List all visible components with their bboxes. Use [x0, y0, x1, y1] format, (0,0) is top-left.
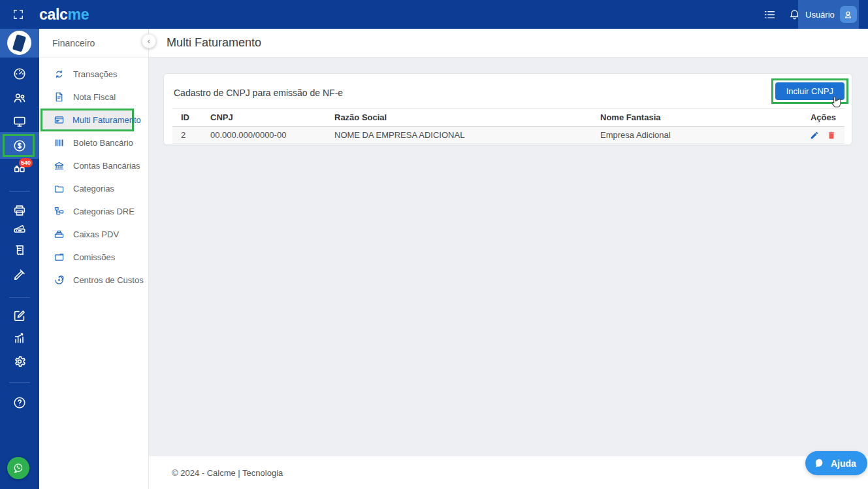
user-label: Usuário — [805, 10, 835, 20]
wallet-icon — [54, 252, 65, 263]
sidebar-item-comissoes[interactable]: Comissões — [39, 246, 148, 269]
col-header-cnpj: CNPJ — [202, 109, 326, 127]
rail-divider — [9, 191, 30, 192]
orders-count-badge: 540 — [19, 158, 33, 167]
help-fab-button[interactable]: Ajuda — [805, 451, 867, 475]
col-header-nome-fantasia: Nome Fantasia — [592, 109, 796, 127]
company-logo-mark — [12, 34, 26, 52]
sidebar-item-label: Nota Fiscal — [73, 92, 116, 102]
annotation-highlight-rail — [3, 134, 35, 157]
col-header-acoes: Ações — [796, 109, 844, 127]
page-title: Multi Faturamento — [167, 36, 261, 50]
sidebar-item-centros-de-custos[interactable]: Centros de Custos — [39, 269, 148, 292]
sidebar-item-caixas-pdv[interactable]: Caixas PDV — [39, 223, 148, 246]
sidebar-item-label: Comissões — [73, 252, 115, 262]
sidebar-item-label: Contas Bancárias — [73, 161, 140, 171]
fullscreen-icon — [12, 8, 25, 21]
sidebar-item-boleto[interactable]: Boleto Bancário — [39, 131, 148, 154]
sidebar-item-contas-bancarias[interactable]: Contas Bancárias — [39, 154, 148, 177]
rail-item-settings[interactable] — [0, 354, 39, 369]
rail-item-pdv[interactable] — [0, 114, 39, 129]
sidebar-item-label: Transações — [73, 69, 117, 79]
rail-item-analytics[interactable] — [0, 331, 39, 345]
table-row: 2 00.000.000/0000-00 NOME DA EMPRESA ADI… — [172, 127, 844, 144]
row-actions — [804, 131, 836, 140]
sidebar-title: Financeiro — [39, 29, 148, 58]
delete-trash-icon — [827, 131, 836, 140]
sync-icon — [54, 69, 65, 80]
dashboard-icon — [12, 67, 27, 81]
chevron-left-icon: ‹ — [148, 36, 150, 46]
col-header-id: ID — [172, 109, 202, 127]
app-screen: calcme Usuário — [0, 0, 868, 489]
whatsapp-icon — [12, 462, 25, 475]
whatsapp-button[interactable] — [7, 457, 29, 479]
sidebar-item-categorias[interactable]: Categorias — [39, 177, 148, 200]
tasks-list-icon — [763, 8, 777, 22]
sidebar-item-label: Centros de Custos — [73, 275, 144, 285]
help-icon — [12, 396, 27, 410]
edit-pencil-icon — [810, 131, 819, 140]
printer-icon — [12, 203, 27, 218]
monitor-icon — [12, 114, 27, 129]
sidebar-item-nota-fiscal[interactable]: Nota Fiscal — [39, 86, 148, 109]
rail-item-edit[interactable] — [0, 309, 39, 323]
main-area: Multi Faturamento Cadastro de CNPJ para … — [149, 29, 868, 489]
sidebar-item-label: Multi Faturamento — [72, 115, 141, 125]
rail-divider — [9, 382, 30, 383]
company-logo-disc — [7, 31, 31, 55]
receipt-icon — [12, 243, 27, 258]
content-area: Cadastro de CNPJ para emissão de NF-e In… — [149, 58, 868, 456]
invoice-icon — [54, 92, 65, 103]
tasks-button[interactable] — [763, 8, 777, 22]
users-icon — [12, 91, 27, 105]
sidebar-item-categorias-dre[interactable]: Categorias DRE — [39, 200, 148, 223]
cell-razao-social: NOME DA EMPRESA ADICIONAL — [326, 127, 592, 144]
sidebar-collapse-button[interactable]: ‹ — [142, 34, 156, 48]
edit-row-button[interactable] — [810, 131, 819, 140]
delete-row-button[interactable] — [827, 131, 836, 140]
sidebar-menu: Transações Nota Fiscal Multi Faturamento… — [39, 63, 148, 292]
scanner-icon — [12, 221, 27, 235]
rail-item-users[interactable] — [0, 91, 39, 105]
col-header-razao-social: Razão Social — [326, 109, 592, 127]
user-avatar — [840, 6, 857, 23]
hierarchy-icon — [54, 206, 65, 217]
user-menu[interactable]: Usuário — [798, 0, 859, 29]
sidebar-item-label: Categorias DRE — [73, 207, 135, 216]
incluir-cnpj-button[interactable]: Incluir CNPJ — [775, 82, 844, 100]
page-header: Multi Faturamento — [149, 29, 868, 58]
folder-icon — [54, 183, 65, 194]
fullscreen-button[interactable] — [12, 8, 25, 21]
sidebar-item-multi-faturamento[interactable]: Multi Faturamento — [40, 109, 134, 131]
cell-nome-fantasia: Empresa Adicional — [592, 127, 796, 144]
sidebar-financeiro: Financeiro Transações Nota Fiscal Multi … — [39, 29, 149, 489]
company-avatar[interactable] — [0, 29, 39, 58]
topbar: calcme Usuário — [0, 0, 868, 29]
rail-item-receipts[interactable] — [0, 243, 39, 258]
rail-item-design-tools[interactable] — [0, 267, 39, 282]
cash-register-icon — [54, 229, 65, 240]
sidebar-item-label: Caixas PDV — [73, 229, 119, 239]
edit-icon — [12, 309, 27, 323]
card-title: Cadastro de CNPJ para emissão de NF-e — [174, 88, 343, 98]
sidebar-item-label: Categorias — [73, 184, 114, 194]
app-logo[interactable]: calcme — [39, 0, 89, 29]
help-fab-label: Ajuda — [831, 458, 856, 469]
bank-icon — [54, 160, 65, 171]
spiral-icon — [54, 275, 65, 286]
rail-item-dashboard[interactable] — [0, 67, 39, 81]
table-header-row: ID CNPJ Razão Social Nome Fantasia Ações — [172, 109, 844, 127]
rail-item-printer[interactable] — [0, 203, 39, 218]
annotation-highlight-button: Incluir CNPJ — [771, 78, 848, 104]
rail-item-help[interactable] — [0, 396, 39, 410]
gear-icon — [12, 354, 27, 369]
rail-item-scanner[interactable] — [0, 221, 39, 235]
barcode-icon — [54, 137, 65, 148]
sidebar-item-transacoes[interactable]: Transações — [39, 63, 148, 86]
cnpj-card: Cadastro de CNPJ para emissão de NF-e In… — [163, 73, 852, 145]
cell-id: 2 — [172, 127, 202, 144]
rail-selected-financeiro[interactable] — [0, 132, 39, 159]
rail-divider — [9, 297, 30, 298]
copyright-text: © 2024 - Calcme | Tecnologia — [172, 468, 283, 478]
